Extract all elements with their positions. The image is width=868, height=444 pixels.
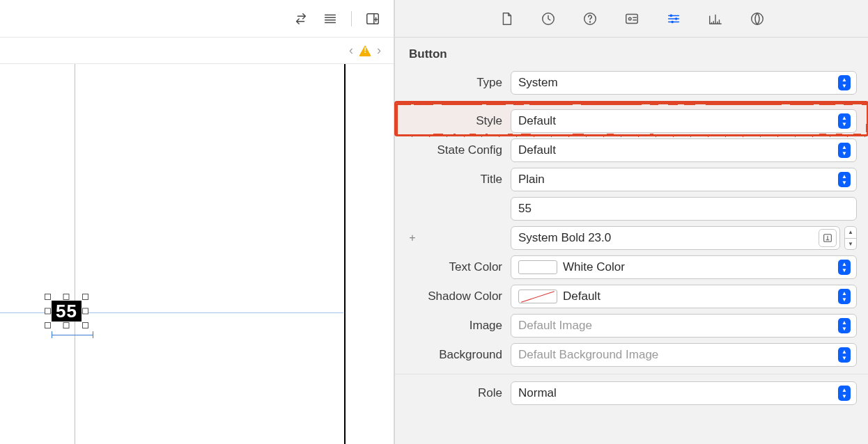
row-font: + System Bold 23.0 ▲▼ — [395, 223, 868, 253]
label-role: Role — [406, 386, 511, 400]
warning-icon[interactable] — [359, 45, 371, 56]
svg-point-8 — [671, 20, 674, 23]
tab-size-icon[interactable] — [706, 10, 724, 28]
selected-button[interactable]: 55 — [52, 301, 82, 322]
row-background: Background Default Background Image ▲▼ — [395, 340, 868, 370]
background-select[interactable]: Default Background Image ▲▼ — [511, 343, 857, 367]
label-image: Image — [406, 319, 511, 333]
resize-handle[interactable] — [45, 294, 51, 300]
resize-handle[interactable] — [82, 308, 88, 315]
font-input[interactable]: System Bold 23.0 — [511, 226, 840, 250]
label-empty: + — [406, 232, 511, 244]
tab-attributes-icon[interactable] — [665, 10, 683, 28]
row-state-config: State Config Default ▲▼ — [395, 136, 868, 165]
shadow-color-value: Default — [563, 290, 838, 303]
type-select[interactable]: System ▲▼ — [511, 71, 857, 95]
state-config-select[interactable]: Default ▲▼ — [511, 138, 857, 162]
svg-point-3 — [589, 22, 590, 22]
resize-handle[interactable] — [82, 294, 88, 300]
title-select[interactable]: Plain ▲▼ — [511, 168, 857, 191]
title-value: Plain — [518, 173, 838, 187]
align-lines-icon[interactable] — [322, 10, 339, 27]
label-style: Style — [406, 114, 511, 128]
chevron-updown-icon: ▲▼ — [838, 172, 851, 187]
background-placeholder: Default Background Image — [518, 348, 838, 362]
device-edge — [344, 64, 346, 444]
chevron-updown-icon: ▲▼ — [838, 289, 851, 304]
tab-connections-icon[interactable] — [748, 10, 766, 28]
state-config-value: Default — [518, 143, 838, 157]
add-panel-icon[interactable] — [364, 10, 381, 27]
label-shadow-color: Shadow Color — [406, 290, 511, 303]
svg-point-9 — [751, 13, 763, 24]
resize-handle[interactable] — [63, 322, 70, 328]
measure-indicator — [52, 331, 93, 338]
tab-history-icon[interactable] — [539, 10, 557, 28]
row-text-color: Text Color White Color ▲▼ — [395, 253, 868, 282]
tab-file-icon[interactable] — [497, 10, 516, 28]
row-role: Role Normal ▲▼ — [395, 374, 868, 408]
role-value: Normal — [518, 386, 838, 400]
chevron-updown-icon: ▲▼ — [838, 113, 851, 129]
row-image: Image Default Image ▲▼ — [395, 311, 868, 340]
label-type: Type — [406, 76, 511, 90]
style-select[interactable]: Default ▲▼ — [511, 109, 857, 133]
chevron-updown-icon: ▲▼ — [838, 260, 851, 275]
label-background: Background — [406, 348, 511, 362]
canvas-pane: ‹ › 55 — [0, 0, 394, 444]
row-style: Style Default ▲▼ — [395, 102, 868, 136]
font-size-stepper[interactable]: ▲▼ — [844, 226, 857, 250]
design-canvas[interactable]: 55 — [0, 64, 394, 444]
selected-button-label: 55 — [52, 301, 82, 322]
chevron-updown-icon: ▲▼ — [838, 318, 851, 333]
inspector-pane: Button Type System ▲▼ Style Default ▲▼ — [394, 0, 868, 444]
svg-rect-4 — [626, 14, 637, 23]
title-text-value: 55 — [518, 202, 851, 216]
resize-handle[interactable] — [82, 322, 88, 328]
plus-icon[interactable]: + — [406, 232, 419, 244]
row-title: Title Plain ▲▼ — [395, 165, 868, 194]
tab-identity-icon[interactable] — [623, 10, 641, 28]
resize-handle[interactable] — [45, 322, 51, 328]
font-value: System Bold 23.0 — [518, 231, 814, 245]
chevron-updown-icon: ▲▼ — [838, 347, 851, 363]
toolbar-divider — [351, 11, 352, 26]
resize-handle[interactable] — [63, 294, 70, 300]
label-text-color: Text Color — [406, 260, 511, 274]
tab-help-icon[interactable] — [581, 10, 599, 28]
text-color-value: White Color — [563, 260, 838, 274]
image-select[interactable]: Default Image ▲▼ — [511, 314, 857, 338]
row-shadow-color: Shadow Color Default ▲▼ — [395, 282, 868, 311]
chevron-updown-icon: ▲▼ — [838, 143, 851, 158]
title-text-input[interactable]: 55 — [511, 197, 857, 221]
issues-bar: ‹ › — [0, 38, 394, 64]
svg-point-7 — [674, 17, 677, 20]
chevron-right-icon[interactable]: › — [377, 43, 381, 58]
chevron-updown-icon: ▲▼ — [838, 386, 851, 401]
chevron-updown-icon: ▲▼ — [838, 75, 851, 90]
guide-vertical — [75, 64, 75, 444]
svg-point-5 — [628, 17, 631, 20]
resize-handle[interactable] — [45, 308, 51, 315]
font-panel-button[interactable] — [819, 229, 837, 247]
swap-icon[interactable] — [293, 10, 309, 27]
label-title: Title — [406, 173, 511, 187]
canvas-toolbar — [0, 0, 394, 38]
type-value: System — [518, 76, 838, 90]
row-type: Type System ▲▼ — [395, 68, 868, 97]
label-state-config: State Config — [406, 143, 511, 157]
color-swatch — [518, 290, 557, 303]
svg-rect-0 — [367, 13, 379, 24]
image-placeholder: Default Image — [518, 319, 838, 333]
role-select[interactable]: Normal ▲▼ — [511, 381, 857, 405]
svg-point-6 — [669, 14, 672, 17]
row-title-text: 55 — [395, 194, 868, 223]
text-color-select[interactable]: White Color ▲▼ — [511, 255, 857, 279]
shadow-color-select[interactable]: Default ▲▼ — [511, 285, 857, 308]
inspector-tabs — [395, 0, 868, 38]
section-title: Button — [395, 38, 868, 68]
style-value: Default — [518, 114, 838, 128]
chevron-left-icon[interactable]: ‹ — [349, 43, 353, 58]
color-swatch — [518, 260, 557, 274]
